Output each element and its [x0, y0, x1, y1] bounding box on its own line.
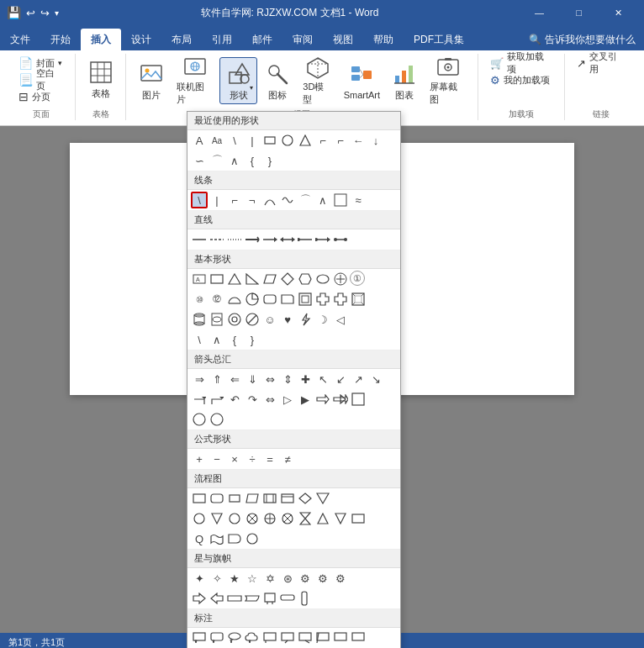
- arr-ur[interactable]: ↗: [350, 371, 367, 387]
- co-oval[interactable]: [226, 630, 243, 646]
- bs-num10[interactable]: ⑩: [191, 291, 208, 308]
- bs-cylinder2[interactable]: [209, 311, 225, 328]
- fc-tri-up[interactable]: [314, 510, 331, 527]
- st-gear2[interactable]: ⚙: [297, 570, 314, 587]
- page-break-button[interactable]: ⊟ 分页: [13, 89, 68, 104]
- bs-heart[interactable]: ♥: [279, 311, 296, 328]
- bs-half-circle[interactable]: [226, 291, 243, 308]
- arr-up[interactable]: ⇑: [209, 371, 225, 387]
- st-ribbon2[interactable]: [209, 590, 225, 607]
- fc-x[interactable]: [279, 510, 296, 527]
- shape-brace-open[interactable]: {: [244, 152, 261, 169]
- shape-curve2[interactable]: [279, 192, 296, 208]
- smartart-button[interactable]: SmartArt: [339, 57, 384, 104]
- tab-file[interactable]: 文件: [0, 29, 40, 50]
- arr-bent-r[interactable]: [209, 391, 225, 408]
- st-gear1[interactable]: ⊛: [279, 570, 296, 587]
- st-rect-flag[interactable]: [261, 590, 278, 607]
- shape-curve1[interactable]: [261, 192, 278, 208]
- fc-tri-down2[interactable]: [209, 510, 225, 527]
- shape-wave[interactable]: ∽: [191, 152, 208, 169]
- straight-line2[interactable]: [209, 231, 225, 248]
- fc-tri-down3[interactable]: [332, 510, 349, 527]
- shape-triangle[interactable]: [297, 132, 314, 149]
- eq-eq[interactable]: =: [261, 450, 278, 467]
- co-box1[interactable]: [261, 630, 278, 646]
- arr-chevron[interactable]: ▷: [279, 391, 296, 408]
- st-ribbon3[interactable]: [226, 590, 243, 607]
- arr-down[interactable]: ⇓: [244, 371, 261, 387]
- st-7pt[interactable]: ☆: [244, 570, 261, 587]
- shape-squiggle[interactable]: ≈: [350, 192, 367, 208]
- bs-frame[interactable]: [297, 291, 314, 308]
- tab-references[interactable]: 引用: [202, 29, 242, 50]
- fc-tape[interactable]: [209, 530, 225, 547]
- tab-mailings[interactable]: 邮件: [242, 29, 282, 50]
- shape-line-v[interactable]: |: [209, 192, 225, 208]
- co-rect[interactable]: [191, 630, 208, 646]
- bs-diamond[interactable]: [279, 271, 296, 287]
- bs-cross[interactable]: [314, 291, 331, 308]
- bs-ellipse[interactable]: [314, 271, 331, 287]
- bs-moon[interactable]: ☽: [314, 311, 331, 328]
- st-scroll-v[interactable]: [297, 590, 314, 607]
- arr-ul[interactable]: ↖: [314, 371, 331, 387]
- bs-close-brace[interactable]: }: [244, 331, 261, 348]
- fc-alt-process[interactable]: [209, 490, 225, 507]
- save-icon[interactable]: 💾: [7, 6, 21, 19]
- fc-triangle-down[interactable]: [314, 490, 331, 507]
- arr-curvy-l[interactable]: ↶: [226, 391, 243, 408]
- bs-textbox[interactable]: A: [191, 271, 208, 287]
- bs-num1[interactable]: ①: [350, 271, 365, 286]
- arr-dr[interactable]: ↘: [367, 371, 384, 387]
- straight-line7[interactable]: [297, 231, 314, 248]
- st-ribbon1[interactable]: [191, 590, 208, 607]
- redo-icon[interactable]: ↪: [40, 7, 50, 19]
- st-6pt[interactable]: ★: [226, 570, 243, 587]
- fc-diamond[interactable]: [297, 490, 314, 507]
- icons-button[interactable]: 图标: [259, 57, 296, 104]
- straight-line9[interactable]: [332, 231, 349, 248]
- shape-angle[interactable]: ⌐: [314, 132, 331, 149]
- arr-stripe2[interactable]: [332, 391, 349, 408]
- shape-freeform[interactable]: ∧: [314, 192, 331, 208]
- tab-insert[interactable]: 插入: [81, 29, 121, 50]
- st-gear4[interactable]: ⚙: [332, 570, 349, 587]
- eq-div[interactable]: ÷: [244, 450, 261, 467]
- bs-rect[interactable]: [209, 271, 225, 287]
- arr-chevron2[interactable]: ▶: [297, 391, 314, 408]
- arr-circ[interactable]: [191, 411, 208, 428]
- bs-diag-line[interactable]: \: [191, 331, 208, 348]
- co-box4[interactable]: [314, 630, 331, 646]
- eq-minus[interactable]: −: [209, 450, 225, 467]
- shape-arrow-left[interactable]: ←: [350, 132, 367, 149]
- straight-line8[interactable]: [314, 231, 331, 248]
- bs-bevel[interactable]: [350, 291, 367, 308]
- st-ribbon4[interactable]: [244, 590, 261, 607]
- straight-line3[interactable]: [226, 231, 243, 248]
- fc-circ3[interactable]: [244, 530, 261, 547]
- eq-times[interactable]: ×: [226, 450, 243, 467]
- fc-hourglass[interactable]: [297, 510, 314, 527]
- bs-parallelogram[interactable]: [261, 271, 278, 287]
- eq-plus[interactable]: +: [191, 450, 208, 467]
- online-picture-button[interactable]: 联机图片: [172, 57, 218, 104]
- chart-button[interactable]: 图表: [386, 57, 423, 104]
- co-rounded[interactable]: [209, 630, 225, 646]
- shape-line-diag[interactable]: \: [226, 132, 243, 149]
- picture-button[interactable]: 图片: [133, 57, 170, 104]
- shape-line-vert[interactable]: |: [244, 132, 261, 149]
- shape-angle2[interactable]: ⌐: [332, 132, 349, 149]
- arr-4way[interactable]: ✚: [297, 371, 314, 387]
- maximize-button[interactable]: □: [560, 0, 598, 25]
- fc-cross[interactable]: [244, 510, 261, 527]
- st-4pt[interactable]: ✦: [191, 570, 208, 587]
- shape-elbow2[interactable]: ⌐: [244, 192, 261, 208]
- st-gear3[interactable]: ⚙: [314, 570, 331, 587]
- fc-process[interactable]: [191, 490, 208, 507]
- tab-review[interactable]: 审阅: [282, 29, 323, 50]
- shape-arrow-down[interactable]: ↓: [367, 132, 384, 149]
- shape-scribble[interactable]: [332, 192, 349, 208]
- 3d-model-button[interactable]: 3D模型: [298, 57, 337, 104]
- shape-circle[interactable]: [279, 132, 296, 149]
